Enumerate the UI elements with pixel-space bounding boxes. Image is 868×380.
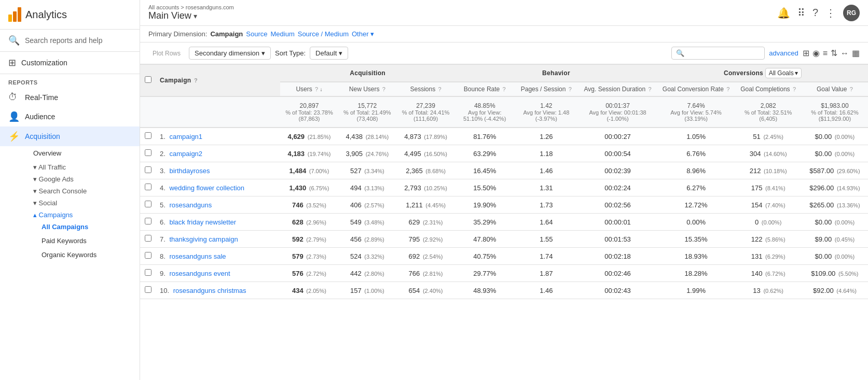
pages-session-help-icon[interactable]: ? bbox=[569, 86, 572, 92]
toolbar-right: 🔍 advanced ⊞ ◉ ≡ ⇅ ↔ ▦ bbox=[671, 47, 860, 60]
row-check[interactable] bbox=[140, 214, 156, 231]
row-checkbox-7[interactable] bbox=[145, 252, 151, 259]
row-check[interactable] bbox=[140, 248, 156, 265]
row-check[interactable] bbox=[140, 162, 156, 179]
bell-icon[interactable]: 🔔 bbox=[777, 7, 790, 19]
sidebar-item-searchconsole[interactable]: ▾ Search Console bbox=[25, 184, 140, 196]
more-icon[interactable]: ⋮ bbox=[825, 7, 836, 19]
row-gcr-5: 0.00% bbox=[657, 214, 735, 231]
gc-help-icon[interactable]: ? bbox=[793, 86, 796, 92]
row-bounce-rate-2: 16.45% bbox=[455, 162, 514, 179]
table-body: 1. campaign1 4,629 (21.85%) 4,438 (28.14… bbox=[140, 128, 868, 299]
advanced-link[interactable]: advanced bbox=[769, 49, 798, 57]
table-row: 2. campaign2 4,183 (19.74%) 3,905 (24.76… bbox=[140, 145, 868, 162]
custom-icon[interactable]: ▦ bbox=[852, 48, 860, 58]
sidebar-customization[interactable]: ⊞ Customization bbox=[0, 52, 140, 74]
row-checkbox-3[interactable] bbox=[145, 184, 151, 190]
sidebar-item-googleads[interactable]: ▾ Google Ads bbox=[25, 172, 140, 184]
sessions-help-icon[interactable]: ? bbox=[438, 86, 441, 92]
campaign-link-4[interactable]: rosesandguns bbox=[169, 201, 212, 209]
sidebar-item-paidkeywords[interactable]: Paid Keywords bbox=[33, 234, 140, 248]
row-check[interactable] bbox=[140, 231, 156, 248]
row-checkbox-9[interactable] bbox=[145, 286, 151, 293]
gv-help-icon[interactable]: ? bbox=[850, 86, 853, 92]
campaign-link-6[interactable]: thanksgiving campaign bbox=[169, 235, 238, 243]
gcr-help-icon[interactable]: ? bbox=[726, 86, 729, 92]
campaign-link-3[interactable]: wedding flower collection bbox=[169, 184, 244, 192]
dimension-source[interactable]: Source bbox=[246, 30, 267, 38]
campaign-help-icon[interactable]: ? bbox=[194, 77, 198, 83]
users-help-icon[interactable]: ? bbox=[315, 86, 318, 92]
row-gcr-1: 6.76% bbox=[657, 145, 735, 162]
goals-dropdown[interactable]: All Goals ▾ bbox=[765, 68, 802, 78]
campaign-link-0[interactable]: campaign1 bbox=[169, 133, 202, 140]
row-gc-9: 13 (0.62%) bbox=[735, 282, 801, 299]
dimension-medium[interactable]: Medium bbox=[270, 30, 294, 38]
avg-session-help-icon[interactable]: ? bbox=[648, 86, 651, 92]
pie-icon[interactable]: ◉ bbox=[812, 48, 820, 58]
row-checkbox-2[interactable] bbox=[145, 166, 151, 173]
pivot-icon[interactable]: ↔ bbox=[841, 49, 849, 58]
search-input[interactable] bbox=[686, 49, 764, 57]
campaign-link-2[interactable]: birthdayroses bbox=[169, 167, 210, 175]
row-avg-session-2: 00:02:39 bbox=[578, 162, 657, 179]
row-checkbox-5[interactable] bbox=[145, 218, 151, 224]
row-users-3: 1,430 (6.75%) bbox=[280, 179, 338, 196]
view-title-text: Main View bbox=[148, 10, 191, 21]
campaign-link-5[interactable]: black friday newsletter bbox=[169, 218, 236, 226]
campaign-link-9[interactable]: rosesandguns christmas bbox=[173, 287, 246, 294]
row-bounce-rate-0: 81.76% bbox=[455, 128, 514, 145]
row-new-users-6: 456 (2.89%) bbox=[338, 231, 396, 248]
totals-pages-value: 1.42 bbox=[540, 102, 552, 109]
bounce-rate-help-icon[interactable]: ? bbox=[503, 86, 506, 92]
sidebar-item-campaigns[interactable]: ▴ Campaigns bbox=[25, 208, 140, 220]
campaign-link-7[interactable]: rosesandguns sale bbox=[169, 252, 226, 260]
select-all-checkbox[interactable] bbox=[145, 76, 151, 83]
row-checkbox-4[interactable] bbox=[145, 201, 151, 207]
sidebar-item-realtime[interactable]: ⏱ Real-Time bbox=[0, 88, 140, 107]
bar-icon[interactable]: ≡ bbox=[823, 49, 828, 58]
sidebar-item-alltraffic[interactable]: ▾ All Traffic bbox=[25, 160, 140, 172]
view-dropdown-arrow[interactable]: ▾ bbox=[194, 12, 197, 20]
row-check[interactable] bbox=[140, 196, 156, 214]
row-avg-session-4: 00:02:56 bbox=[578, 196, 657, 214]
sidebar-item-allcampaigns[interactable]: All Campaigns bbox=[33, 220, 140, 234]
row-check[interactable] bbox=[140, 265, 156, 282]
search-icon: 🔍 bbox=[8, 35, 20, 46]
row-check[interactable] bbox=[140, 179, 156, 196]
row-checkbox-0[interactable] bbox=[145, 132, 151, 139]
row-new-users-2: 527 (3.34%) bbox=[338, 162, 396, 179]
row-pages-session-4: 1.73 bbox=[514, 196, 578, 214]
sidebar-item-audience[interactable]: 👤 Audience bbox=[0, 107, 140, 126]
totals-gv: $1,983.00 % of Total: 16.62% ($11,929.00… bbox=[802, 96, 868, 128]
avatar[interactable]: RG bbox=[843, 5, 860, 21]
sort-default-button[interactable]: Default ▾ bbox=[310, 47, 348, 60]
totals-new-users-value: 15,772 bbox=[358, 102, 377, 109]
sidebar-search[interactable]: 🔍 Search reports and help bbox=[0, 30, 140, 52]
compare-icon[interactable]: ⇅ bbox=[831, 48, 837, 58]
row-check[interactable] bbox=[140, 282, 156, 299]
dimension-other[interactable]: Other ▾ bbox=[352, 30, 374, 38]
grid-icon[interactable]: ⊞ bbox=[803, 48, 809, 58]
breadcrumb: All accounts > rosesandguns.com bbox=[148, 4, 234, 10]
row-checkbox-8[interactable] bbox=[145, 269, 151, 276]
row-checkbox-6[interactable] bbox=[145, 235, 151, 242]
apps-icon[interactable]: ⠿ bbox=[797, 7, 805, 19]
row-check[interactable] bbox=[140, 145, 156, 162]
dimension-source-medium[interactable]: Source / Medium bbox=[298, 30, 349, 38]
th-behavior-group: Behavior bbox=[455, 65, 657, 82]
help-icon[interactable]: ? bbox=[812, 7, 818, 19]
row-check[interactable] bbox=[140, 128, 156, 145]
users-sort-arrow[interactable]: ↓ bbox=[320, 87, 323, 92]
new-users-help-icon[interactable]: ? bbox=[382, 86, 385, 92]
sidebar-item-overview[interactable]: Overview bbox=[25, 146, 140, 160]
row-campaign-1: 2. campaign2 bbox=[156, 145, 280, 162]
campaign-link-1[interactable]: campaign2 bbox=[169, 150, 202, 158]
secondary-dimension-button[interactable]: Secondary dimension ▾ bbox=[189, 47, 271, 60]
row-checkbox-1[interactable] bbox=[145, 149, 151, 156]
sidebar-item-social[interactable]: ▾ Social bbox=[25, 196, 140, 208]
sidebar-item-organickeywords[interactable]: Organic Keywords bbox=[33, 248, 140, 262]
sidebar-item-acquisition[interactable]: ⚡ Acquisition bbox=[0, 126, 140, 146]
campaign-link-8[interactable]: rosesandguns event bbox=[169, 270, 230, 277]
dimension-campaign[interactable]: Campaign bbox=[210, 30, 243, 38]
